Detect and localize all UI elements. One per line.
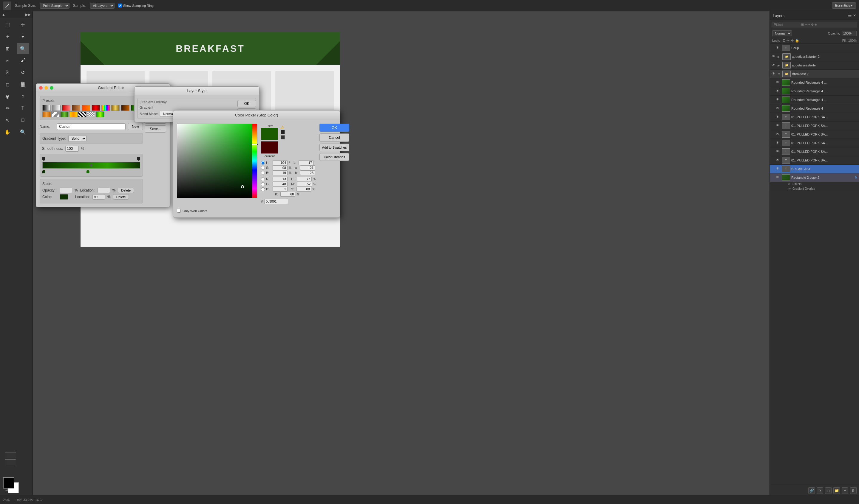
- pen-tool[interactable]: ✏: [1, 103, 14, 114]
- visibility-icon[interactable]: 👁: [772, 72, 777, 76]
- window-minimize-btn[interactable]: [44, 86, 48, 90]
- layer-item-rounded-rect-4[interactable]: 👁 Rounded Rectangle 4: [770, 104, 859, 113]
- l-input[interactable]: [299, 160, 314, 165]
- c-input[interactable]: [297, 177, 312, 182]
- visibility-icon[interactable]: 👁: [772, 54, 777, 59]
- location-opacity-input[interactable]: [97, 188, 110, 193]
- gradient-overlay-visibility-icon[interactable]: 👁: [788, 187, 791, 190]
- add-style-btn[interactable]: fx: [817, 487, 823, 494]
- preset-spectrum[interactable]: [102, 105, 110, 111]
- gradient-tool[interactable]: ▓: [17, 79, 29, 90]
- gradient-bar[interactable]: [42, 162, 140, 169]
- g-input[interactable]: [273, 182, 288, 187]
- preset-copper2[interactable]: [42, 111, 51, 117]
- layer-item-appetizer2[interactable]: 👁 ▶ 📁 appetizer&starter 2: [770, 52, 859, 61]
- visibility-icon[interactable]: 👁: [776, 97, 781, 102]
- location-color-input[interactable]: [92, 194, 105, 200]
- lock-all-icon[interactable]: 🔒: [795, 38, 799, 43]
- dodge-tool[interactable]: ○: [17, 91, 29, 102]
- visibility-icon[interactable]: 👁: [776, 46, 781, 50]
- r-input[interactable]: [273, 177, 288, 182]
- magic-wand-tool[interactable]: ✦: [17, 31, 29, 42]
- k-input[interactable]: [280, 192, 295, 196]
- new-layer-btn[interactable]: +: [842, 487, 848, 494]
- color-current-swatch[interactable]: [261, 141, 278, 154]
- visibility-icon[interactable]: 👁: [776, 89, 781, 94]
- color-new-swatch[interactable]: [261, 128, 278, 140]
- expand-icon[interactable]: ▶▶: [25, 13, 31, 17]
- preset-gold2[interactable]: [69, 111, 78, 117]
- visibility-icon[interactable]: 👁: [776, 175, 781, 180]
- visibility-icon[interactable]: 👁: [776, 158, 781, 163]
- new-group-btn[interactable]: 📁: [833, 487, 840, 494]
- b2-input[interactable]: [273, 187, 288, 191]
- web-safe-box[interactable]: [281, 135, 285, 139]
- rectangle-tool[interactable]: □: [17, 114, 29, 126]
- history-brush-tool[interactable]: ↺: [17, 67, 29, 78]
- zoom-tool[interactable]: 🔍: [17, 126, 29, 138]
- path-selection-tool[interactable]: ↖: [1, 114, 14, 126]
- sampling-ring-checkbox[interactable]: [118, 3, 122, 7]
- minimize-icon[interactable]: ▲: [2, 13, 5, 17]
- color-spectrum-container[interactable]: [177, 124, 257, 198]
- green-radio[interactable]: [261, 182, 265, 186]
- color-libraries-btn[interactable]: Color Libraries: [319, 153, 349, 161]
- panel-options-icon[interactable]: ☰: [848, 13, 852, 18]
- layer-item-pork-1[interactable]: 👁 T 01. PULLED PORK SA...: [770, 113, 859, 122]
- hue-radio[interactable]: [261, 161, 265, 165]
- eyedropper-icon[interactable]: [3, 1, 11, 10]
- sampling-ring-toggle[interactable]: Show Sampling Ring: [118, 3, 154, 7]
- y-input[interactable]: [297, 187, 312, 191]
- lasso-tool[interactable]: ⌖: [1, 31, 14, 42]
- hue-input[interactable]: [273, 160, 288, 165]
- visibility-icon[interactable]: 👁: [776, 132, 781, 137]
- hand-tool[interactable]: ✋: [1, 126, 14, 138]
- visibility-icon[interactable]: 👁: [772, 63, 777, 68]
- name-input[interactable]: [57, 123, 125, 130]
- eraser-tool[interactable]: ◻: [1, 79, 14, 90]
- layer-item-pork-2[interactable]: 👁 T 01. PULLED PORK SA...: [770, 122, 859, 130]
- b-input[interactable]: [273, 170, 288, 175]
- red-radio[interactable]: [261, 177, 265, 181]
- preset-red[interactable]: [62, 105, 70, 111]
- clone-stamp-tool[interactable]: ⎘: [1, 67, 14, 78]
- lock-image-icon[interactable]: ✏: [786, 38, 789, 43]
- swap-colors-icon[interactable]: ⇄: [5, 489, 8, 492]
- hue-slider[interactable]: [252, 124, 257, 198]
- m-input[interactable]: [297, 182, 312, 187]
- delete-layer-btn[interactable]: 🗑: [850, 487, 857, 494]
- preset-checker2[interactable]: [87, 111, 95, 117]
- gradient-midpoint[interactable]: [90, 164, 92, 167]
- blur-tool[interactable]: ◉: [1, 91, 14, 102]
- group-expand-icon[interactable]: ▶: [778, 55, 781, 58]
- group-expand-icon[interactable]: ▶: [778, 64, 781, 67]
- preset-stripe2[interactable]: [51, 111, 60, 117]
- layer-item-breakfast-text[interactable]: 👁 T BREAKFAST: [770, 165, 859, 173]
- gradient-type-select[interactable]: Solid: [68, 135, 87, 142]
- preset-gold[interactable]: [111, 105, 120, 111]
- opacity-stop-right[interactable]: [137, 157, 140, 161]
- preset-orange2[interactable]: [82, 105, 90, 111]
- healing-brush-tool[interactable]: ⌿: [1, 55, 14, 66]
- layer-style-ok-btn[interactable]: OK: [237, 100, 256, 107]
- layer-item-rounded-rect-1[interactable]: 👁 Rounded Rectangle 4 ...: [770, 78, 859, 87]
- web-colors-checkbox[interactable]: [177, 209, 181, 213]
- blue-radio[interactable]: [261, 187, 265, 191]
- opacity-stops-input[interactable]: [60, 188, 72, 193]
- layer-item-rounded-rect-3[interactable]: 👁 Rounded Rectangle 4 ...: [770, 96, 859, 104]
- panel-close-icon[interactable]: ✕: [853, 13, 856, 18]
- sample-size-select[interactable]: Point Sample: [40, 3, 70, 9]
- layer-item-pork-3[interactable]: 👁 T 01. PULLED PORK SA...: [770, 130, 859, 139]
- preset-gray[interactable]: [52, 105, 61, 111]
- link-layers-btn[interactable]: 🔗: [808, 487, 815, 494]
- preset-green3[interactable]: [96, 111, 104, 117]
- marquee-tool[interactable]: ⬚: [1, 19, 14, 30]
- foreground-color[interactable]: [3, 477, 14, 489]
- layer-item-pork-5[interactable]: 👁 T 01. PULLED PORK SA...: [770, 147, 859, 156]
- color-ok-btn[interactable]: OK: [319, 124, 349, 132]
- layer-item-appetizer[interactable]: 👁 ▶ 📁 appetizer&starter: [770, 61, 859, 70]
- text-tool[interactable]: T: [17, 103, 29, 114]
- layers-search-input[interactable]: [776, 23, 800, 27]
- opacity-stop-left[interactable]: [42, 157, 45, 161]
- preset-stripe3[interactable]: [78, 111, 87, 117]
